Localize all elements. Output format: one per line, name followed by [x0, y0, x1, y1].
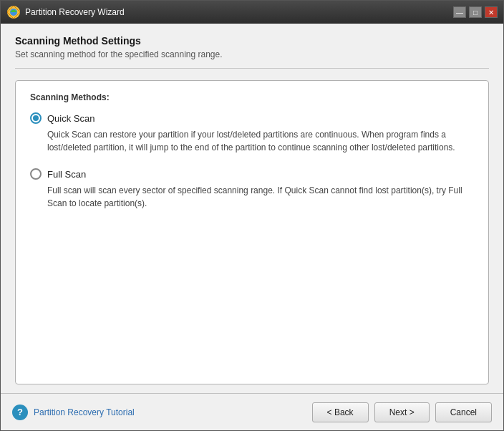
footer-buttons: < Back Next > Cancel [312, 402, 492, 422]
group-legend: Scanning Methods: [30, 92, 474, 102]
full-scan-radio[interactable] [30, 168, 42, 180]
full-scan-radio-row[interactable]: Full Scan [30, 168, 474, 180]
window-title: Partition Recovery Wizard [25, 7, 449, 17]
full-scan-description: Full scan will scan every sector of spec… [47, 184, 474, 210]
maximize-button[interactable]: □ [469, 6, 482, 18]
content-area: Scanning Method Settings Set scanning me… [1, 24, 503, 384]
window-controls: — □ ✕ [453, 6, 498, 18]
page-title: Scanning Method Settings [15, 35, 489, 47]
close-button[interactable]: ✕ [485, 6, 498, 18]
back-button[interactable]: < Back [312, 402, 369, 422]
main-window: Partition Recovery Wizard — □ ✕ Scanning… [0, 0, 504, 431]
scanning-methods-group: Scanning Methods: Quick Scan Quick Scan … [15, 80, 489, 384]
full-scan-item: Full Scan Full scan will scan every sect… [30, 168, 474, 210]
quick-scan-radio[interactable] [30, 112, 42, 124]
app-icon [6, 5, 21, 19]
page-header: Scanning Method Settings Set scanning me… [15, 35, 489, 59]
next-button[interactable]: Next > [374, 402, 430, 422]
full-scan-label: Full Scan [47, 169, 86, 180]
tutorial-link[interactable]: Partition Recovery Tutorial [34, 407, 135, 417]
help-icon[interactable]: ? [12, 405, 28, 420]
footer: ? Partition Recovery Tutorial < Back Nex… [1, 393, 503, 430]
quick-scan-item: Quick Scan Quick Scan can restore your p… [30, 112, 474, 154]
quick-scan-label: Quick Scan [47, 113, 94, 124]
minimize-button[interactable]: — [453, 6, 466, 18]
header-separator [15, 68, 489, 69]
page-subtitle: Set scanning method for the specified sc… [15, 49, 489, 59]
quick-scan-description: Quick Scan can restore your partition if… [47, 128, 474, 154]
footer-left: ? Partition Recovery Tutorial [12, 405, 312, 420]
cancel-button[interactable]: Cancel [435, 402, 492, 422]
titlebar: Partition Recovery Wizard — □ ✕ [1, 1, 503, 24]
quick-scan-radio-row[interactable]: Quick Scan [30, 112, 474, 124]
